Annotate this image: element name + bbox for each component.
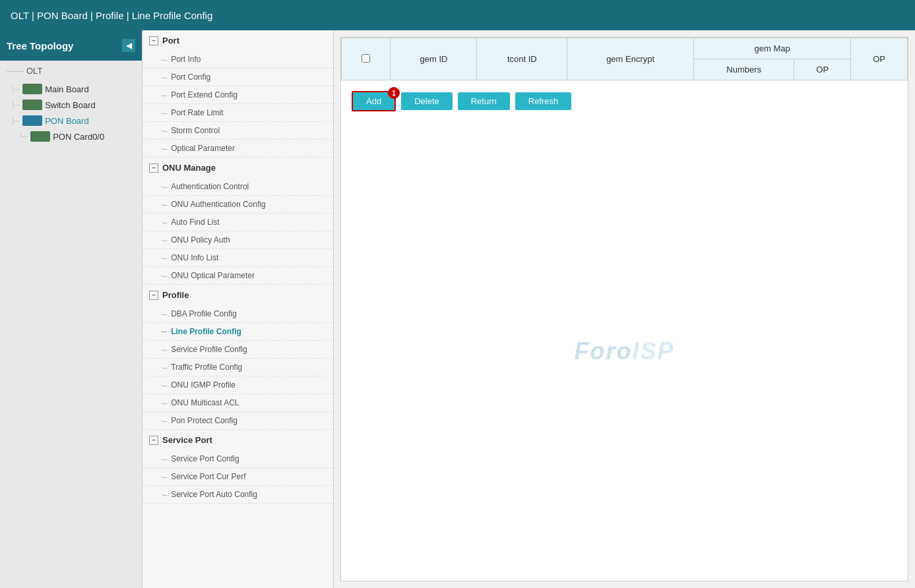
col-tcont-id: tcont ID xyxy=(477,38,567,80)
middle-panel: – Port Port Info Port Config Port Extend… xyxy=(142,30,334,588)
refresh-button[interactable]: Refresh xyxy=(515,92,572,110)
menu-item-optical-parameter[interactable]: Optical Parameter xyxy=(142,140,333,158)
menu-item-traffic-profile[interactable]: Traffic Profile Config xyxy=(142,359,333,376)
section-label: Port xyxy=(162,36,179,45)
menu-item-onu-optical-parameter[interactable]: ONU Optical Parameter xyxy=(142,267,333,285)
menu-item-port-info[interactable]: Port Info xyxy=(142,51,333,69)
tree-connector: ├─ xyxy=(11,86,20,93)
tree-connector: ├─ xyxy=(11,102,20,109)
tree-node-label: PON Board xyxy=(45,116,88,126)
content-area: gem ID tcont ID gem Encrypt gem Map OP N… xyxy=(340,37,908,581)
delete-button[interactable]: Delete xyxy=(401,92,453,110)
sidebar-header: Tree Topology ◀ xyxy=(0,30,142,61)
menu-item-onu-multicast[interactable]: ONU Multicast ACL xyxy=(142,394,333,412)
col-gem-map-op: OP xyxy=(794,59,851,80)
tree-node-switchboard[interactable]: ├─ Switch Board xyxy=(0,97,142,113)
section-profile[interactable]: – Profile xyxy=(142,285,333,305)
watermark: ForoISP xyxy=(341,122,908,581)
action-bar: Add 1 Delete Return Refresh xyxy=(341,80,908,122)
add-badge: 1 xyxy=(388,87,400,99)
menu-item-service-profile[interactable]: Service Profile Config xyxy=(142,341,333,359)
col-gem-encrypt: gem Encrypt xyxy=(567,38,694,80)
tree-connector: └─ xyxy=(18,133,28,140)
watermark-text-left: Foro xyxy=(574,338,632,365)
menu-item-service-port-config[interactable]: Service Port Config xyxy=(142,450,333,468)
section-label: Profile xyxy=(162,290,189,300)
board-icon xyxy=(22,115,42,126)
board-icon xyxy=(22,100,42,110)
menu-item-service-port-cur-perf[interactable]: Service Port Cur Perf xyxy=(142,468,333,486)
data-table: gem ID tcont ID gem Encrypt gem Map OP N… xyxy=(341,38,908,80)
menu-item-line-profile[interactable]: Line Profile Config xyxy=(142,323,333,341)
add-button[interactable]: Add 1 xyxy=(352,91,396,111)
col-op: OP xyxy=(851,38,908,80)
tree-node-poncard[interactable]: └─ PON Card0/0 xyxy=(0,129,142,144)
col-checkbox xyxy=(342,38,391,80)
board-icon xyxy=(22,84,42,94)
table-header-row-1: gem ID tcont ID gem Encrypt gem Map OP xyxy=(342,38,908,59)
board-icon xyxy=(30,131,50,142)
section-toggle-onu[interactable]: – xyxy=(149,163,158,173)
sidebar-collapse-button[interactable]: ◀ xyxy=(122,39,135,52)
tree-node-mainboard[interactable]: ├─ Main Board xyxy=(0,81,142,97)
select-all-checkbox[interactable] xyxy=(362,54,370,63)
watermark-text-right: ISP xyxy=(632,338,674,365)
menu-item-port-extend-config[interactable]: Port Extend Config xyxy=(142,86,333,104)
section-toggle-service-port[interactable]: – xyxy=(149,436,158,445)
menu-item-onu-info-list[interactable]: ONU Info List xyxy=(142,249,333,267)
return-button[interactable]: Return xyxy=(458,92,510,110)
menu-item-onu-policy-auth[interactable]: ONU Policy Auth xyxy=(142,231,333,249)
app-header: OLT | PON Board | Profile | Line Profile… xyxy=(0,0,915,30)
section-service-port[interactable]: – Service Port xyxy=(142,430,333,450)
section-label: ONU Manage xyxy=(162,163,216,173)
tree-node-label: Switch Board xyxy=(45,100,96,110)
section-toggle-profile[interactable]: – xyxy=(149,291,158,300)
table-wrapper: gem ID tcont ID gem Encrypt gem Map OP N… xyxy=(341,38,908,80)
section-label: Service Port xyxy=(162,435,212,445)
tree-node-label: PON Card0/0 xyxy=(53,132,104,142)
tree-node-label: Main Board xyxy=(45,84,88,94)
col-gem-map: gem Map xyxy=(694,38,851,59)
menu-item-onu-auth-config[interactable]: ONU Authentication Config xyxy=(142,196,333,214)
main-content: gem ID tcont ID gem Encrypt gem Map OP N… xyxy=(334,30,915,588)
menu-item-port-rate-limit[interactable]: Port Rate Limit xyxy=(142,104,333,122)
col-gem-map-numbers: Numbers xyxy=(694,59,794,80)
tree-connector: ├─ xyxy=(11,117,20,125)
tree-node-olt[interactable]: —— OLT xyxy=(0,61,142,81)
dash-line: —— xyxy=(7,66,24,76)
breadcrumb: OLT | PON Board | Profile | Line Profile… xyxy=(11,10,212,21)
col-gem-id: gem ID xyxy=(391,38,477,80)
sidebar-title: Tree Topology xyxy=(7,40,73,51)
tree-node-ponboard[interactable]: ├─ PON Board xyxy=(0,113,142,129)
tree-node-label: OLT xyxy=(26,66,42,76)
menu-item-onu-igmp[interactable]: ONU IGMP Profile xyxy=(142,376,333,394)
menu-item-storm-control[interactable]: Storm Control xyxy=(142,122,333,140)
section-onu-manage[interactable]: – ONU Manage xyxy=(142,158,333,178)
menu-item-auto-find-list[interactable]: Auto Find List xyxy=(142,214,333,231)
section-port[interactable]: – Port xyxy=(142,30,333,51)
sidebar: Tree Topology ◀ —— OLT ├─ Main Board ├─ … xyxy=(0,30,142,588)
menu-item-port-config[interactable]: Port Config xyxy=(142,69,333,86)
menu-item-dba-profile[interactable]: DBA Profile Config xyxy=(142,305,333,323)
menu-item-auth-control[interactable]: Authentication Control xyxy=(142,178,333,196)
section-toggle-port[interactable]: – xyxy=(149,36,158,45)
menu-item-pon-protect[interactable]: Pon Protect Config xyxy=(142,412,333,430)
menu-item-service-port-auto-config[interactable]: Service Port Auto Config xyxy=(142,486,333,504)
